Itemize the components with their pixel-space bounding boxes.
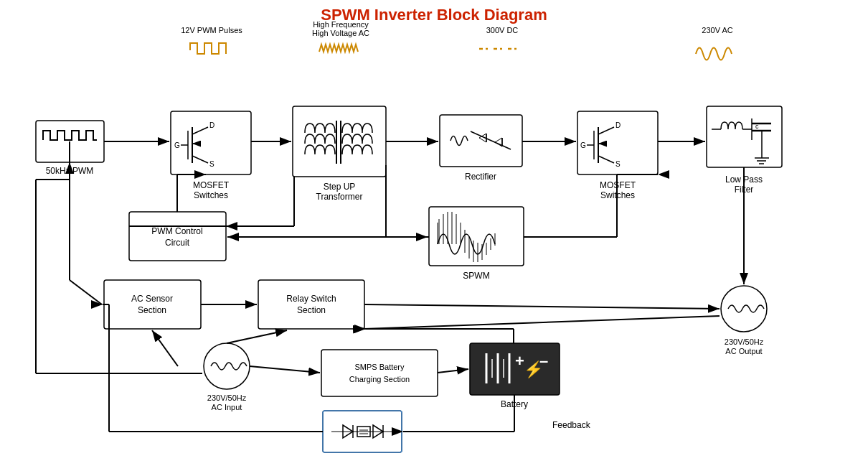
smps-label: SMPS Battery <box>354 363 405 371</box>
signal-pwm-pulses-label: 12V PWM Pulses <box>181 26 242 34</box>
relay-block <box>258 280 364 329</box>
signal-hfhv-label2: High Voltage AC <box>312 29 369 37</box>
lpf-c-label: c <box>755 123 759 130</box>
smps-label2: Charging Section <box>349 375 410 383</box>
ac-sensor-block <box>104 280 201 329</box>
pwm-signal-wave <box>190 43 226 54</box>
input-label2: AC Input <box>212 403 242 411</box>
hf-signal-wave <box>319 45 358 52</box>
mosfet2-d-label: D <box>615 121 621 129</box>
output-circle <box>721 286 767 332</box>
mosfet2-g-label: G <box>580 141 586 149</box>
arrow-acinput-to-smps <box>250 366 320 373</box>
relay-label2: Section <box>297 305 326 315</box>
mosfet2-label: MOSFET <box>600 180 636 190</box>
arrow-relay-to-output <box>364 304 720 309</box>
ac-signal-wave <box>696 48 732 60</box>
ac-sensor-label2: Section <box>138 305 166 315</box>
mosfet1-g-label: G <box>174 141 180 149</box>
pwm-control-label: PWM Control <box>151 226 202 236</box>
feedback-label: Feedback <box>552 420 591 430</box>
transformer-label: Step UP <box>324 182 356 192</box>
arrow-acinput-to-relay <box>227 330 287 343</box>
smps-block <box>321 350 438 396</box>
mosfet1-label2: Switches <box>194 190 228 200</box>
input-circle <box>204 343 250 389</box>
arrow-acinput-to-acsensor <box>152 330 178 366</box>
pwm-control-block <box>129 212 226 261</box>
arrow-loop-to-acsensor <box>70 280 102 304</box>
output-label2: AC Output <box>725 347 762 355</box>
arrow-output-to-relay-feedback <box>364 316 720 329</box>
transformer-label2: Transformer <box>316 192 363 202</box>
pwm-control-label2: Circuit <box>165 238 190 248</box>
ac-sensor-label: AC Sensor <box>131 294 173 304</box>
signal-300vdc-label: 300V DC <box>486 26 519 34</box>
battery-plus: + <box>515 352 524 370</box>
signal-hfhv-label: High Frequency <box>313 20 369 29</box>
battery-minus: – <box>539 352 548 370</box>
mosfet2-s-label: S <box>615 160 621 168</box>
spwm-label: SPWM <box>463 271 489 281</box>
rectifier-label: Rectifier <box>465 172 496 182</box>
mosfet1-label: MOSFET <box>193 180 230 190</box>
input-label: 230V/50Hz <box>207 394 247 402</box>
output-label: 230V/50Hz <box>725 337 764 346</box>
mosfet1-d-label: D <box>209 121 214 129</box>
relay-label: Relay Switch <box>286 294 336 304</box>
arrow-smps-to-battery <box>438 369 468 373</box>
signal-230vac-label: 230V AC <box>702 26 732 34</box>
mosfet1-s-label: S <box>209 160 214 168</box>
rectifier-block <box>440 115 522 167</box>
lowpass-block <box>707 106 782 167</box>
